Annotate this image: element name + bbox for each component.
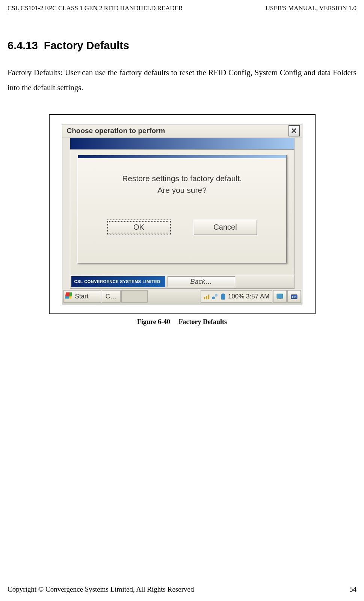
device-screen: Choose operation to perform ✕ Restore se… bbox=[62, 124, 302, 304]
footer-page-number: 54 bbox=[349, 585, 356, 593]
dialog-line1: Restore settings to factory default. bbox=[78, 173, 286, 185]
dialog-text: Restore settings to factory default. Are… bbox=[78, 173, 286, 196]
keyboard-icon: En bbox=[290, 293, 298, 300]
inner-area: Restore settings to factory default. Are… bbox=[62, 138, 302, 304]
header-right: USER'S MANUAL, VERSION 1.0 bbox=[266, 5, 356, 12]
app-bottom-bar: CSL CONVERGENCE SYSTEMS LIMITED Back… bbox=[70, 275, 295, 289]
windows-icon bbox=[65, 292, 74, 301]
window-title: Choose operation to perform bbox=[67, 127, 165, 135]
svg-text:En: En bbox=[292, 295, 296, 299]
figure: Choose operation to perform ✕ Restore se… bbox=[8, 114, 356, 326]
tray-button-2[interactable]: En bbox=[287, 290, 301, 303]
svg-point-4 bbox=[215, 294, 217, 297]
background-window-titlebar bbox=[70, 138, 294, 150]
close-button[interactable]: ✕ bbox=[288, 125, 300, 136]
svg-rect-6 bbox=[222, 294, 224, 295]
figure-label: Factory Defaults bbox=[179, 318, 227, 325]
section-title-text: Factory Defaults bbox=[44, 39, 129, 51]
svg-point-3 bbox=[212, 297, 215, 299]
taskbar-item-c-label: C… bbox=[106, 293, 116, 300]
svg-rect-8 bbox=[279, 298, 281, 299]
dialog-line2: Are you sure? bbox=[78, 184, 286, 196]
system-tray[interactable]: 100% 3:57 AM bbox=[201, 290, 272, 303]
tray-button-1[interactable] bbox=[273, 290, 287, 303]
page-footer: Copyright © Convergence Systems Limited,… bbox=[8, 585, 356, 593]
dialog-buttons: OK Cancel bbox=[78, 220, 286, 235]
window-titlebar: Choose operation to perform ✕ bbox=[62, 124, 302, 138]
confirm-dialog: Restore settings to factory default. Are… bbox=[77, 154, 287, 263]
svg-rect-2 bbox=[208, 294, 210, 299]
start-button[interactable]: Start bbox=[63, 290, 101, 303]
cancel-button-label: Cancel bbox=[213, 223, 237, 232]
footer-copyright: Copyright © Convergence Systems Limited,… bbox=[8, 585, 194, 593]
header-left: CSL CS101-2 EPC CLASS 1 GEN 2 RFID HANDH… bbox=[8, 5, 183, 12]
taskbar-item-blank[interactable] bbox=[121, 290, 148, 303]
svg-rect-7 bbox=[277, 294, 283, 298]
desktop-icon bbox=[276, 293, 284, 300]
svg-rect-1 bbox=[206, 296, 207, 299]
ok-button-label: OK bbox=[133, 223, 144, 232]
ok-button[interactable]: OK bbox=[107, 220, 171, 235]
csl-logo: CSL CONVERGENCE SYSTEMS LIMITED bbox=[71, 276, 165, 287]
section-title: 6.4.13 Factory Defaults bbox=[8, 39, 356, 52]
close-icon: ✕ bbox=[291, 126, 297, 135]
network-icon bbox=[203, 293, 210, 300]
tray-text: 100% 3:57 AM bbox=[228, 293, 270, 300]
section-body: Factory Defaults: User can use the facto… bbox=[8, 65, 356, 95]
section-number: 6.4.13 bbox=[8, 39, 38, 51]
back-button[interactable]: Back… bbox=[168, 276, 235, 287]
figure-caption: Figure 6-40 Factory Defaults bbox=[137, 318, 227, 326]
back-button-label: Back… bbox=[190, 278, 212, 286]
start-label: Start bbox=[75, 293, 89, 300]
dialog-titlebar bbox=[78, 155, 286, 158]
svg-rect-0 bbox=[204, 297, 205, 299]
taskbar-item-c[interactable]: C… bbox=[102, 290, 121, 303]
screenshot-frame: Choose operation to perform ✕ Restore se… bbox=[49, 114, 316, 314]
battery-icon bbox=[220, 293, 227, 300]
figure-number: Figure 6-40 bbox=[137, 318, 170, 325]
cancel-button[interactable]: Cancel bbox=[193, 220, 257, 235]
taskbar: Start C… bbox=[62, 289, 302, 304]
page-header: CSL CS101-2 EPC CLASS 1 GEN 2 RFID HANDH… bbox=[8, 5, 356, 13]
connection-icon bbox=[211, 293, 218, 300]
svg-rect-5 bbox=[221, 294, 225, 299]
